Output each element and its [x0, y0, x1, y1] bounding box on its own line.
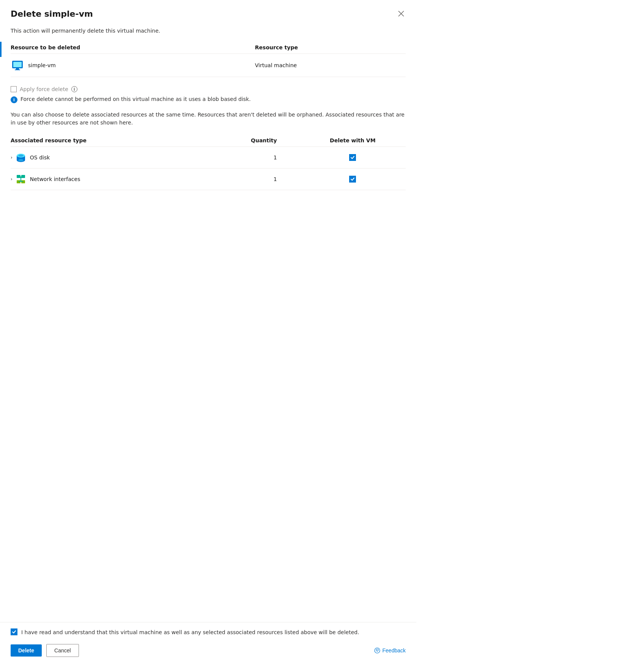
resource-name-cell: simple-vm: [11, 58, 255, 72]
close-button[interactable]: [397, 9, 406, 18]
resource-name: simple-vm: [28, 62, 56, 68]
svg-rect-2: [13, 62, 22, 67]
action-buttons: Delete Cancel Feedback: [11, 644, 406, 657]
dialog-header: Delete simple-vm: [0, 0, 416, 25]
os-disk-label: OS disk: [30, 154, 50, 161]
confirmation-checkbox[interactable]: [11, 628, 17, 635]
table-row: › OS disk: [11, 147, 406, 169]
force-delete-message: Force delete cannot be performed on this…: [20, 96, 251, 102]
assoc-type-col-header: Associated resource type: [11, 134, 187, 147]
force-delete-row: Apply force delete i: [11, 86, 406, 92]
subtitle-text: This action will permanently delete this…: [11, 25, 406, 34]
resource-col-header: Resource to be deleted: [11, 41, 255, 54]
os-disk-expander[interactable]: ›: [11, 155, 13, 160]
confirmation-row: I have read and understand that this vir…: [11, 628, 406, 636]
resource-type-col-header: Resource type: [255, 41, 406, 54]
svg-point-8: [18, 154, 24, 157]
force-delete-label: Apply force delete: [20, 86, 68, 92]
svg-rect-15: [19, 181, 23, 182]
confirmation-text: I have read and understand that this vir…: [21, 628, 359, 636]
delete-dialog: Delete simple-vm This action will perman…: [0, 0, 416, 663]
os-disk-delete-checkbox[interactable]: [300, 147, 406, 169]
resource-type: Virtual machine: [255, 54, 406, 77]
force-delete-section: Apply force delete i i Force delete cann…: [11, 86, 406, 103]
force-delete-info-icon[interactable]: i: [71, 86, 77, 92]
dialog-body: This action will permanently delete this…: [0, 25, 416, 406]
table-row: ›: [11, 169, 406, 190]
svg-rect-11: [21, 175, 25, 178]
info-icon-blue: i: [11, 96, 17, 103]
associated-table: Associated resource type Quantity Delete…: [11, 134, 406, 190]
delete-vm-col-header: Delete with VM: [300, 134, 406, 147]
feedback-icon: [374, 647, 380, 654]
svg-rect-3: [16, 68, 19, 69]
os-disk-icon: [16, 152, 26, 163]
vm-icon: [11, 58, 24, 72]
accent-bar: [0, 42, 2, 57]
svg-rect-14: [20, 176, 21, 182]
network-label: Network interfaces: [30, 176, 80, 182]
svg-point-17: [377, 652, 377, 652]
cancel-button[interactable]: Cancel: [46, 644, 79, 657]
feedback-button[interactable]: Feedback: [374, 647, 406, 654]
resource-table: Resource to be deleted Resource type: [11, 41, 406, 77]
associated-description: You can also choose to delete associated…: [11, 111, 406, 127]
dialog-title: Delete simple-vm: [11, 9, 93, 19]
network-row-name: ›: [11, 174, 187, 184]
table-row: simple-vm Virtual machine: [11, 54, 406, 77]
svg-point-9: [18, 159, 24, 161]
quantity-col-header: Quantity: [187, 134, 300, 147]
network-icon: [16, 174, 26, 184]
os-disk-row-name: › OS disk: [11, 152, 187, 163]
svg-rect-10: [17, 175, 20, 178]
dialog-footer: I have read and understand that this vir…: [0, 622, 416, 663]
svg-rect-4: [15, 69, 20, 70]
info-message: i Force delete cannot be performed on th…: [11, 96, 406, 103]
delete-button[interactable]: Delete: [11, 644, 42, 657]
force-delete-checkbox[interactable]: [11, 86, 17, 92]
network-expander[interactable]: ›: [11, 176, 13, 182]
os-disk-quantity: 1: [187, 147, 300, 169]
svg-point-16: [375, 648, 380, 653]
feedback-label: Feedback: [383, 647, 406, 654]
network-quantity: 1: [187, 169, 300, 190]
network-delete-checkbox[interactable]: [300, 169, 406, 190]
